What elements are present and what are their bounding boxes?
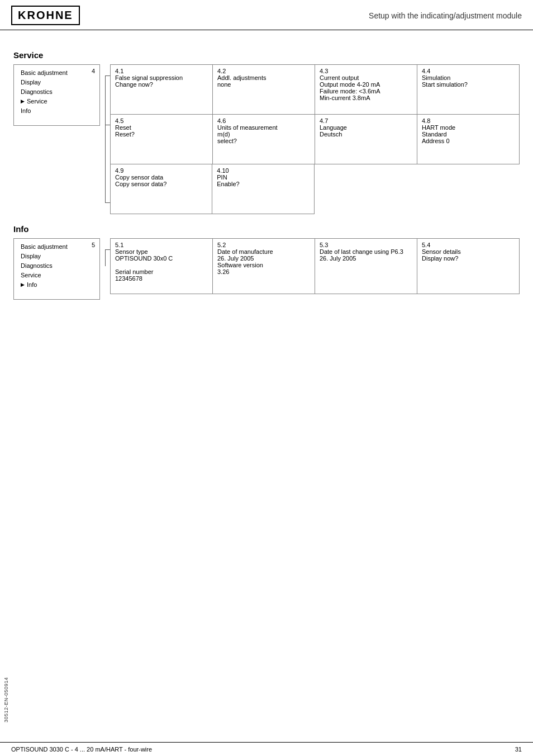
card-title-4-6: Units of measurement — [217, 124, 310, 131]
card-number-4-10: 4.10 — [217, 167, 229, 174]
card-number-4-7: 4.7 — [320, 117, 328, 124]
card-number-4-5: 4.5 — [115, 117, 123, 124]
service-menu-box: 4 Basic adjustment Display Diagnostics S… — [13, 64, 100, 126]
card-title-4-8: HART mode — [422, 124, 515, 131]
card-value-4-2: none — [217, 81, 310, 88]
card-value-4-9: Copy sensor data? — [115, 181, 207, 187]
info-menu-item-basic: Basic adjustment — [20, 242, 94, 252]
card-number-5-2: 5.2 — [217, 242, 226, 248]
card-value-5-3: 26. July 2005 — [320, 255, 412, 262]
card-title-4-2: Addl. adjustments — [217, 74, 310, 81]
card-4-9: 4.9 Copy sensor data Copy sensor data? — [110, 164, 212, 214]
card-title-5-3: Date of last change using P6.3 — [320, 248, 412, 255]
card-title-4-3: Current output — [320, 74, 412, 81]
card-value-4-1: Change now? — [115, 81, 208, 88]
card-number-4-2: 4.2 — [217, 68, 226, 74]
header: KROHNE Setup with the indicating/adjustm… — [0, 0, 533, 30]
card-number-5-4: 5.4 — [422, 242, 430, 248]
card-4-8: 4.8 HART mode StandardAddress 0 — [417, 114, 520, 164]
card-4-1: 4.1 False signal suppression Change now? — [110, 64, 213, 115]
card-title-4-9: Copy sensor data — [115, 174, 207, 181]
card-value-4-5: Reset? — [115, 131, 208, 138]
menu-item-diagnostics: Diagnostics — [20, 87, 94, 97]
info-menu-item-diagnostics: Diagnostics — [20, 261, 94, 271]
card-number-4-9: 4.9 — [115, 167, 123, 174]
card-number-4-1: 4.1 — [115, 68, 123, 74]
card-title-5-1: Sensor type — [115, 248, 208, 255]
main-content: Service 4 Basic adjustment Display Diagn… — [0, 30, 533, 315]
card-4-4: 4.4 Simulation Start simulation? — [417, 64, 520, 115]
footer: OPTISOUND 3030 C - 4 ... 20 mA/HART - fo… — [0, 742, 533, 756]
footer-left: OPTISOUND 3030 C - 4 ... 20 mA/HART - fo… — [11, 746, 152, 753]
card-value-4-4: Start simulation? — [422, 81, 515, 88]
card-number-5-1: 5.1 — [115, 242, 123, 248]
info-menu-item-display: Display — [20, 252, 94, 261]
card-value-4-10: Enable? — [217, 181, 309, 187]
info-menu-item-service: Service — [20, 271, 94, 280]
footer-right: 31 — [515, 746, 522, 753]
card-4-5: 4.5 Reset Reset? — [110, 114, 213, 164]
info-menu-number: 5 — [92, 242, 95, 248]
card-5-4: 5.4 Sensor details Display now? — [417, 238, 520, 294]
header-title: Setup with the indicating/adjustment mod… — [369, 11, 522, 20]
card-title-4-7: Language — [320, 124, 412, 131]
info-menu-box: 5 Basic adjustment Display Diagnostics S… — [13, 238, 100, 300]
info-menu-item-info: Info — [20, 280, 94, 290]
card-4-10: 4.10 PIN Enable? — [212, 164, 314, 214]
card-5-3: 5.3 Date of last change using P6.3 26. J… — [315, 238, 417, 294]
service-heading: Service — [13, 50, 520, 60]
info-heading: Info — [13, 224, 520, 234]
info-section: Info 5 Basic adjustment Display Diagnost… — [13, 224, 520, 300]
card-number-4-4: 4.4 — [422, 68, 430, 74]
service-menu-number: 4 — [92, 68, 95, 74]
card-title-4-4: Simulation — [422, 74, 515, 81]
card-5-1: 5.1 Sensor type OPTISOUND 30x0 CSerial n… — [110, 238, 213, 294]
card-title-4-10: PIN — [217, 174, 309, 181]
card-lines-5-1: OPTISOUND 30x0 CSerial number12345678 — [115, 255, 208, 282]
card-4-2: 4.2 Addl. adjustments none — [212, 64, 315, 115]
card-value-4-6: m(d)select? — [217, 131, 310, 144]
menu-item-info: Info — [20, 106, 94, 116]
service-section: Service 4 Basic adjustment Display Diagn… — [13, 50, 520, 214]
menu-item-display: Display — [20, 78, 94, 87]
logo: KROHNE — [11, 6, 80, 25]
card-number-4-8: 4.8 — [422, 117, 430, 124]
card-value-4-8: StandardAddress 0 — [422, 131, 515, 144]
card-title-5-2: Date of manufacture — [217, 248, 310, 255]
card-4-3: 4.3 Current output Output mode 4-20 mAFa… — [315, 64, 417, 115]
card-title-4-5: Reset — [115, 124, 208, 131]
card-4-7: 4.7 Language Deutsch — [315, 114, 417, 164]
card-number-4-3: 4.3 — [320, 68, 328, 74]
card-lines-4-3: Output mode 4-20 mAFailure mode: <3.6mAM… — [320, 81, 412, 101]
menu-item-service: Service — [20, 97, 94, 106]
card-value-4-7: Deutsch — [320, 131, 412, 138]
card-title-4-1: False signal suppression — [115, 74, 208, 81]
card-4-6: 4.6 Units of measurement m(d)select? — [212, 114, 315, 164]
card-title-5-4: Sensor details — [422, 248, 515, 255]
card-number-4-6: 4.6 — [217, 117, 226, 124]
side-label: 30512-EN-050914 — [3, 677, 9, 722]
card-5-2: 5.2 Date of manufacture 26. July 2005Sof… — [212, 238, 315, 294]
card-lines-5-2: 26. July 2005Software version3.26 — [217, 255, 310, 275]
card-value-5-4: Display now? — [422, 255, 515, 262]
menu-item-basic: Basic adjustment — [20, 68, 94, 78]
card-number-5-3: 5.3 — [320, 242, 328, 248]
